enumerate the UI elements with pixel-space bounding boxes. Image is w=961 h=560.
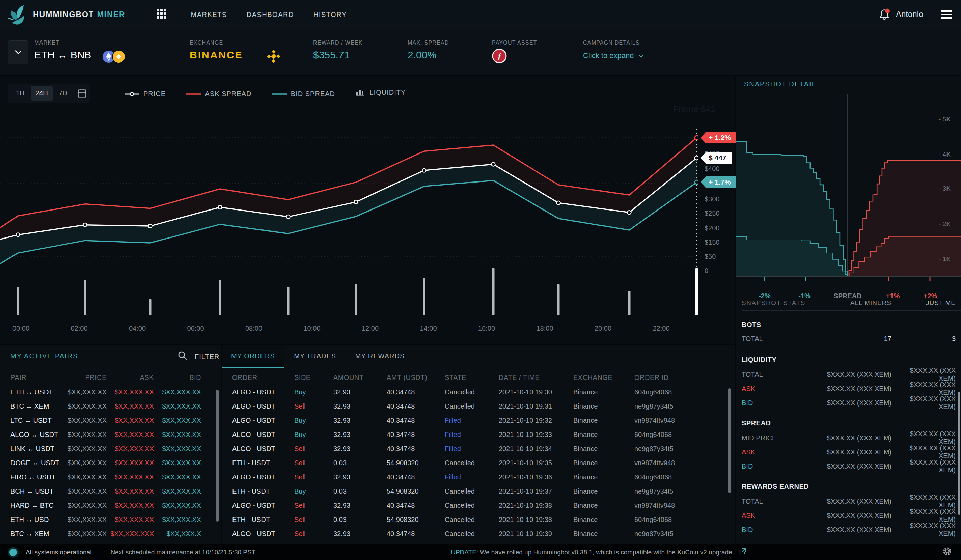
pair-bid: $XX,XXX.XX [154,445,201,453]
pair-bid: $XX,XXX.XX [154,473,201,481]
timeframe-24h[interactable]: 24H [31,86,53,101]
order-row[interactable]: ALGO - USDTBuy32.9340,34748Filled2021-10… [222,427,735,441]
order-row[interactable]: ALGO - USDTSell32.9340,34748Cancelled202… [222,399,735,413]
user-menu[interactable]: Antonio [896,10,923,19]
pair-row[interactable]: LINK ↔ USDT$XX,XXX.XX$XX,XXX.XX$XX,XXX.X… [0,441,221,456]
order-amt-usdt: 54.908320 [387,459,445,467]
campaign-expand-toggle[interactable]: Click to expand [583,51,644,60]
order-date: 2021-10-10 19:39 [499,530,573,536]
top-nav: HUMMINGBOT MINER MARKETS DASHBOARD HISTO… [0,0,961,29]
campaign-details-label: CAMPAGN DETAILS [583,40,640,46]
pair-bid: $XX,XXX.XX [154,459,201,467]
order-exchange: Binance [573,516,634,523]
stats-row: TOTAL$XXX.XX (XXX XEM)$XXX.XX (XXX XEM) [742,494,961,508]
tab-my-orders[interactable]: MY ORDERS [222,345,284,368]
pair-row[interactable]: ETH ↔ USD$XX,XXX.XX$XX,XXX.XX$XX,XXX.XX [0,512,221,526]
legend-ask-spread[interactable]: ASK SPREAD [186,90,252,98]
order-date: 2021-10-10 19:31 [499,403,573,410]
pair-row[interactable]: DOGE ↔ USDT$XX,XXX.XX$XX,XXX.XX$XX,XXX.X… [0,456,221,470]
price-chart[interactable] [0,111,699,317]
calendar-icon[interactable] [77,88,87,100]
stats-row: BID$XXX.XX (XXX XEM)$XXX.XX (XXX XEM) [742,395,961,409]
order-side: Sell [294,445,333,453]
hummingbot-logo-icon[interactable] [6,3,28,27]
stats-value-just-me: $XXX.XX (XXX XEM) [892,508,956,523]
pair-row[interactable]: HARD ↔ BTC$XX,XXX.XX$XX,XXX.XX$XX,XXX.XX [0,498,221,512]
order-row[interactable]: ETH - USDTSell0.0354.908320Cancelled2021… [222,512,735,526]
brand-main: HUMMINGBOT [33,10,94,19]
nav-item-markets[interactable]: MARKETS [191,11,227,19]
order-row[interactable]: ALGO - USDTSell32.9340,34748Filled2021-1… [222,441,735,456]
col-all-miners: ALL MINERS [810,299,892,306]
stats-value-all-miners: $XXX.XX (XXX XEM) [810,497,892,505]
order-id: 604ng64068 [634,388,735,396]
tab-my-trades[interactable]: MY TRADES [285,345,345,367]
order-row[interactable]: ALGO - USDTBuy32.9340,34748Cancelled2021… [222,385,735,399]
payout-asset-label: PAYOUT ASSET [492,40,537,46]
order-row[interactable]: ALGO - USDTSell32.9340,34748Filled2021-1… [222,470,735,484]
order-pair: ETH - USDT [232,516,294,523]
pair-row[interactable]: ETH ↔ USDT$XX,XXX.XX$XX,XXX.XX$XX,XXX.XX [0,385,221,399]
timeframe-1h[interactable]: 1H [11,86,29,101]
settings-gear-icon[interactable] [942,546,952,558]
order-amt-usdt: 54.908320 [387,488,445,495]
stats-value-just-me: $XXX.XX (XXX XEM) [892,459,956,474]
orders-scrollbar[interactable] [728,388,731,493]
order-date: 2021-10-10 19:33 [499,431,573,438]
stats-value-just-me: $XXX.XX (XXX XEM) [892,522,956,538]
external-link-icon[interactable] [739,547,747,557]
order-id: 604ng64068 [634,473,735,481]
order-exchange: Binance [573,459,634,467]
pair-name: ETH ↔ USDT [10,388,61,396]
order-amount: 0.03 [333,459,387,467]
pairs-col-price: PRICE [61,374,107,382]
legend-bid-spread[interactable]: BID SPREAD [272,90,335,98]
pair-ask: $XX,XXX.XX [107,459,154,467]
nav-item-dashboard[interactable]: DASHBOARD [247,11,294,19]
orders-tabbar: MY ORDERS MY TRADES MY REWARDS [222,345,735,367]
pair-price: $XX,XXX.XX [61,459,107,467]
order-row[interactable]: ETH - USDTBuy0.0354.908320Cancelled2021-… [222,484,735,498]
time-axis-label: 08:00 [245,324,262,332]
pair-row[interactable]: ALGO ↔ USDT$XX,XXX.XX$XX,XXX.XX$XX,XXX.X… [0,427,221,441]
legend-liquidity[interactable]: LIQUIDITY [355,89,406,96]
pair-name: LINK ↔ USDT [10,445,61,453]
brand-accent: MINER [97,10,125,19]
nav-item-history[interactable]: HISTORY [313,11,347,19]
stats-row: TOTAL$XXX.XX (XXX XEM)$XXX.XX (XXX XEM) [742,367,961,381]
stats-scrollbar[interactable] [958,392,960,515]
filter-button[interactable]: FILTER [195,353,219,361]
pair-name: BTC ↔ XEM [10,403,61,410]
pairs-scrollbar[interactable] [215,390,219,521]
apps-grid-icon[interactable] [156,8,167,21]
active-pairs-title: MY ACTIVE PAIRS [10,352,78,360]
order-row[interactable]: ETH - USDTSell0.0354.908320Cancelled2021… [222,456,735,470]
stats-row-label: TOTAL [742,371,810,379]
order-row[interactable]: ALGO - USDTSell32.9340,34748Cancelled202… [222,498,735,512]
order-row[interactable]: ALGO - USDTSell32.9340,34748Cancelled202… [222,526,735,536]
order-row[interactable]: ALGO - USDTBuy32.9340,34748Filled2021-10… [222,413,735,427]
firo-coin-icon: f [492,48,507,65]
pair-ask: $XX,XXX.XX [107,431,154,438]
order-exchange: Binance [573,502,634,509]
tab-my-rewards[interactable]: MY REWARDS [347,345,414,367]
order-state: Cancelled [445,488,499,495]
pair-row[interactable]: BTC ↔ XEM$XX,XXX.XX$XX,XXX.XXX$XX,XXX.X [0,526,221,541]
hamburger-menu-icon[interactable] [940,10,952,21]
search-icon[interactable] [177,350,189,363]
order-state: Cancelled [445,459,499,467]
pair-row[interactable]: LTC ↔ USDT$XX,XXX.XX$XX,XXX.XX$XX,XXX.XX [0,413,221,427]
pair-row[interactable]: BCH ↔ USDT$XX,XXX.XX$XX,XXX.XX$XX,XXX.XX [0,484,221,498]
pair-row[interactable]: BTC ↔ XEM$XX,XXX.XX$XX,XXX.XX$XX,XXX.XX [0,399,221,413]
pairs-col-pair: PAIR [10,374,61,382]
notifications-bell-icon[interactable] [877,7,892,23]
collapse-market-button[interactable] [8,40,28,64]
timeframe-7d[interactable]: 7D [54,86,72,101]
legend-price[interactable]: PRICE [125,90,166,98]
pair-price: $XX,XXX.XX [61,388,107,396]
market-pair-value: ETH ↔ BNB [34,49,91,61]
active-pairs-panel: MY ACTIVE PAIRS FILTER PAIR PRICE ASK BI… [0,345,221,544]
order-pair: ALGO - USDT [232,445,294,453]
pair-row[interactable]: FIRO ↔ USDT$XX,XXX.XX$XX,XXX.XX$XX,XXX.X… [0,470,221,484]
spread-depth-chart[interactable] [736,95,961,283]
